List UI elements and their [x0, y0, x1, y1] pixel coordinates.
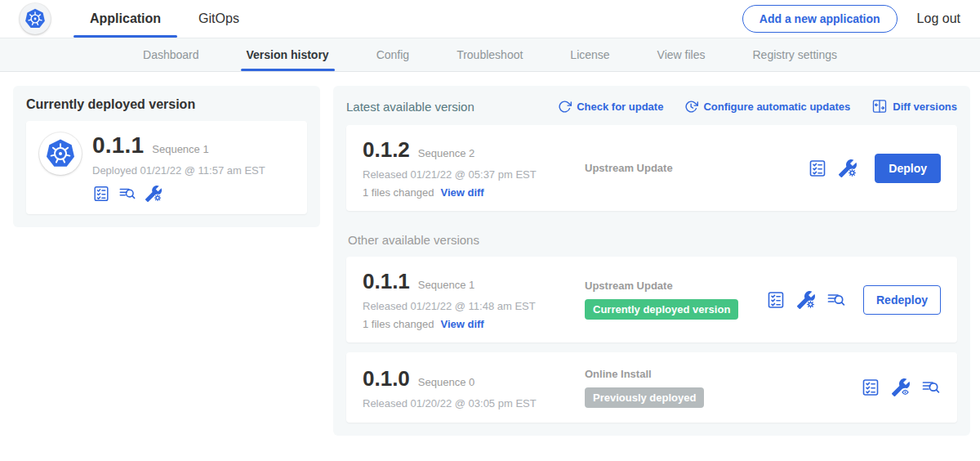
diff-versions-label: Diff versions: [893, 101, 957, 113]
sequence-label: Sequence 2: [418, 147, 474, 159]
tab-gitops[interactable]: GitOps: [187, 0, 251, 38]
currently-deployed-panel: Currently deployed version 0.1.1 Sequenc…: [13, 86, 320, 227]
edit-config-icon[interactable]: [145, 185, 163, 203]
view-config-icon[interactable]: [891, 378, 911, 397]
sequence-label: Sequence 1: [418, 279, 474, 291]
preflight-checks-icon[interactable]: [92, 185, 110, 203]
version-source: Upstream Update: [567, 162, 808, 174]
deployed-sequence-label: Sequence 1: [152, 143, 208, 155]
other-versions-title: Other available versions: [348, 233, 956, 247]
version-history-page: Currently deployed version 0.1.1 Sequenc…: [0, 72, 980, 460]
app-kubernetes-icon: [39, 132, 82, 175]
view-diff-link[interactable]: View diff: [440, 186, 483, 199]
redeploy-button[interactable]: Redeploy: [863, 285, 941, 315]
tab-version-history[interactable]: Version history: [223, 38, 353, 71]
schedule-update-icon: [684, 100, 698, 114]
version-source: Online Install Previously deployed: [567, 368, 861, 408]
tab-config[interactable]: Config: [353, 38, 433, 71]
preflight-checks-icon[interactable]: [861, 378, 880, 397]
check-for-update-link[interactable]: Check for update: [558, 100, 663, 114]
add-application-button[interactable]: Add a new application: [742, 5, 898, 33]
previously-deployed-badge: Previously deployed: [585, 387, 704, 408]
refresh-icon: [558, 100, 572, 114]
edit-config-icon[interactable]: [838, 159, 858, 178]
released-timestamp: Released 01/21/22 @ 11:48 am EST: [363, 300, 567, 312]
currently-deployed-badge: Currently deployed version: [585, 299, 738, 320]
sequence-label: Sequence 0: [418, 376, 474, 388]
version-number: 0.1.2: [363, 137, 410, 163]
files-changed-label: 1 files changed: [363, 318, 434, 330]
version-info: 0.1.0 Sequence 0 Released 01/20/22 @ 03:…: [363, 366, 567, 410]
version-actions: Check for update Configure automatic upd…: [558, 98, 957, 114]
kots-admin-console: Application GitOps Add a new application…: [0, 0, 980, 461]
available-versions-panel: Latest available version Check for updat…: [333, 86, 970, 436]
version-card-0-1-2: 0.1.2 Sequence 2 Released 01/21/22 @ 05:…: [346, 125, 957, 211]
edit-config-icon[interactable]: [796, 290, 816, 310]
source-label: Upstream Update: [585, 162, 808, 174]
configure-automatic-updates-link[interactable]: Configure automatic updates: [684, 100, 850, 114]
version-card-actions: Deploy: [808, 154, 941, 183]
version-source: Upstream Update Currently deployed versi…: [567, 280, 766, 320]
logout-button[interactable]: Log out: [917, 11, 960, 26]
view-deploy-logs-icon[interactable]: [826, 290, 846, 310]
version-card-actions: [861, 378, 941, 397]
view-deploy-logs-icon[interactable]: [921, 378, 941, 397]
latest-available-title: Latest available version: [346, 100, 474, 114]
tab-dashboard[interactable]: Dashboard: [119, 38, 223, 71]
kubernetes-logo-icon: [20, 3, 51, 34]
preflight-checks-icon[interactable]: [808, 159, 827, 178]
version-number: 0.1.1: [363, 269, 410, 294]
app-nav-tabs: Application GitOps: [78, 0, 265, 38]
version-card-actions: Redeploy: [766, 285, 941, 315]
source-label: Upstream Update: [585, 280, 766, 292]
tab-view-files[interactable]: View files: [634, 38, 729, 71]
check-for-update-label: Check for update: [577, 101, 663, 113]
tab-troubleshoot[interactable]: Troubleshoot: [433, 38, 546, 71]
source-label: Online Install: [585, 368, 861, 380]
diff-icon: [871, 98, 888, 114]
version-info: 0.1.1 Sequence 1 Released 01/21/22 @ 11:…: [363, 269, 567, 330]
tab-application[interactable]: Application: [78, 0, 172, 38]
app-sub-nav: Dashboard Version history Config Trouble…: [0, 38, 980, 72]
deployed-panel-title: Currently deployed version: [26, 97, 307, 112]
preflight-checks-icon[interactable]: [766, 290, 786, 310]
tab-registry-settings[interactable]: Registry settings: [729, 38, 861, 71]
diff-versions-link[interactable]: Diff versions: [871, 98, 957, 114]
released-timestamp: Released 01/20/22 @ 03:05 pm EST: [363, 397, 567, 410]
top-nav-right: Add a new application Log out: [742, 0, 960, 38]
view-deploy-logs-icon[interactable]: [118, 185, 136, 203]
deployed-version-number: 0.1.1: [92, 132, 144, 159]
top-nav: Application GitOps Add a new application…: [0, 0, 980, 38]
versions-panel-header: Latest available version Check for updat…: [346, 97, 957, 115]
deployed-version-card: 0.1.1 Sequence 1 Deployed 01/21/22 @ 11:…: [26, 121, 307, 214]
deployed-version-info: 0.1.1 Sequence 1 Deployed 01/21/22 @ 11:…: [92, 132, 265, 203]
version-card-0-1-1: 0.1.1 Sequence 1 Released 01/21/22 @ 11:…: [346, 257, 957, 342]
view-diff-link[interactable]: View diff: [440, 318, 483, 330]
released-timestamp: Released 01/21/22 @ 05:37 pm EST: [363, 168, 567, 181]
version-card-0-1-0: 0.1.0 Sequence 0 Released 01/20/22 @ 03:…: [346, 352, 957, 423]
deployed-timestamp: Deployed 01/21/22 @ 11:57 am EST: [92, 164, 265, 177]
version-info: 0.1.2 Sequence 2 Released 01/21/22 @ 05:…: [363, 137, 567, 199]
deploy-button[interactable]: Deploy: [875, 154, 941, 183]
version-number: 0.1.0: [363, 366, 410, 392]
configure-automatic-updates-label: Configure automatic updates: [703, 101, 850, 113]
files-changed-label: 1 files changed: [363, 186, 434, 199]
tab-license[interactable]: License: [546, 38, 633, 71]
